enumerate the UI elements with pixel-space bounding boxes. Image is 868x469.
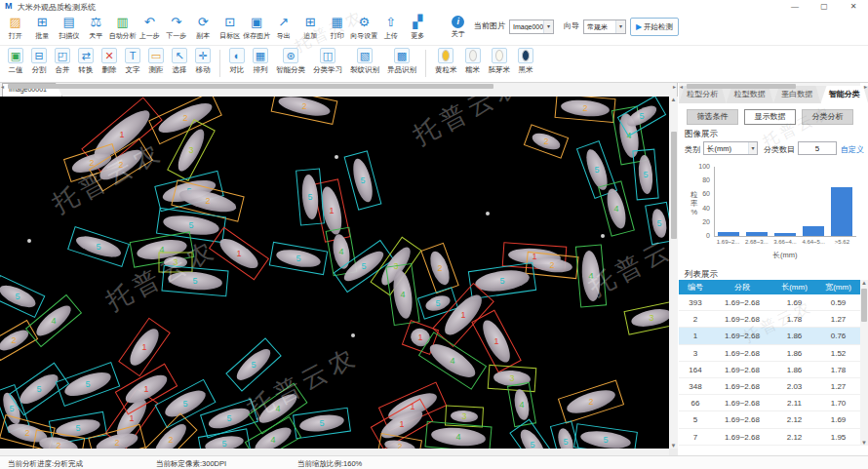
grain-class-label: 2 [588,397,593,407]
table-row[interactable]: 661.69~2.682.111.70 [679,395,861,411]
class-count-input[interactable] [798,141,837,155]
toolbar-item-target-area[interactable]: ⊡目标区 [217,14,244,41]
rice-image-canvas[interactable]: 1232225254355154515534212455111434231134… [0,97,669,449]
close-icon[interactable]: ✕ [839,0,868,13]
toolbar-item-append[interactable]: ⊞追加 [297,14,325,41]
column-header[interactable]: 长(mm) [772,280,816,294]
column-header[interactable]: 编号 [679,280,712,294]
merge-icon: ◰ [58,50,67,61]
batch-icon: ⊞ [37,14,48,30]
toolbar-item-scanner[interactable]: ▤扫描仪 [56,14,83,41]
column-header[interactable]: 分段 [712,280,772,294]
grain-class-label: 5 [9,404,14,413]
table-row[interactable]: 21.69~2.681.781.27 [679,311,861,328]
window-controls: — ▢ ✕ [780,0,868,13]
subtab-分类分析[interactable]: 分类分析 [802,109,853,125]
scrollbar-thumb[interactable] [861,289,867,322]
app-logo-icon: M [5,1,13,11]
toolbar-item-delete[interactable]: ✕删除 [98,48,121,75]
toolbar-item-smart-classify[interactable]: ⊛智能分类 [272,48,309,75]
grain-class-label: 1 [460,310,465,320]
column-header[interactable]: 宽(mm) [816,280,860,294]
toolbar-item-text[interactable]: T文字 [121,48,144,75]
table-vertical-scrollbar[interactable]: ▲ ▼ [860,280,868,446]
chart-bar[interactable] [746,232,768,236]
toolbar-separator [219,50,220,77]
speck [351,333,355,337]
chart-bar[interactable] [803,226,824,236]
category-select[interactable]: 长(mm) ▾ [703,141,758,155]
wizard-select[interactable]: 常规米 ▾ [583,20,626,34]
toolbar-item-germ-rice[interactable]: 胚芽米 [485,48,515,75]
append-icon: ⊞ [305,14,316,30]
grain-class-label: 4 [455,432,460,442]
toolbar-item-wizard-settings[interactable]: ⚙向导设置 [351,14,378,41]
select-icon: ↖ [175,50,183,61]
toolbar-item-select[interactable]: ↖选择 [168,48,191,75]
toolbar-item-redo[interactable]: ↷下一步 [163,14,190,41]
toolbar-item-glutinous-rice[interactable]: 糯米 [461,48,485,75]
subtab-筛选条件[interactable]: 筛选条件 [687,109,738,125]
chart-bar[interactable] [831,187,852,236]
toolbar-item-measure[interactable]: ▭测距 [144,48,168,75]
scrollbar-thumb[interactable] [671,132,677,239]
custom-link[interactable]: 自定义 [841,144,864,155]
zoom-status: 当前缩放比例:160% [297,459,362,469]
toolbar-item-convert[interactable]: ⇄转换 [74,48,98,75]
table-row[interactable]: 11.69~2.681.860.76 [679,328,861,344]
toolbar-item-yellow-rice[interactable]: 黄粒米 [431,48,461,75]
toolbar-item-print[interactable]: ▦打印 [324,14,351,41]
toolbar-item-classify-learning[interactable]: ◫分类学习 [309,48,346,75]
toolbar-item-batch[interactable]: ⊞批量 [29,14,57,41]
chart-bar[interactable] [718,232,739,236]
chevron-down-icon[interactable]: ▾ [543,20,553,33]
chevron-down-icon[interactable]: ▾ [748,142,757,154]
toolbar-item-move[interactable]: ✛移动 [191,48,215,75]
table-row[interactable]: 31.69~2.681.861.52 [679,345,861,362]
tab-智能分类[interactable]: 智能分类 [821,86,868,103]
toolbar-item-crack-detect[interactable]: ▧裂纹识别 [346,48,383,75]
table-row[interactable]: 51.69~2.682.121.69 [679,411,861,428]
toolbar-item-undo[interactable]: ↶上一步 [137,14,164,41]
toolbar-item-save-image[interactable]: ▣保存图片 [244,14,271,41]
start-detection-button[interactable]: ▶ 开始检测 [630,18,679,36]
toolbar-item-more[interactable]: ▞更多 [405,14,432,41]
chevron-down-icon[interactable]: ▾ [615,20,625,33]
maximize-icon[interactable]: ▢ [809,0,839,13]
status-bar: 当前分析进度:分析完成 当前标定像素:300DPI 当前缩放比例:160% [0,455,868,469]
toolbar-item-auto-analysis[interactable]: ▥自动分析 [109,14,137,41]
subtab-显示数据[interactable]: 显示数据 [744,109,796,125]
play-icon: ▶ [636,22,642,31]
current-image-select[interactable]: Image00001 ▾ [509,20,554,34]
grain-class-label: 4 [613,204,618,214]
chart-bar[interactable] [774,233,796,236]
toolbar-item-merge[interactable]: ◰合并 [51,48,74,75]
scrollbar-thumb[interactable] [8,84,493,89]
toolbar-item-binary[interactable]: ▣二值 [4,48,27,75]
speck [335,155,338,159]
grain-class-label: 2 [182,113,187,123]
foreign-detect-icon: ▩ [397,50,407,61]
scrollbar-thumb[interactable] [687,84,796,89]
about-button[interactable]: i关于 [445,14,472,39]
table-row[interactable]: 1641.69~2.681.861.78 [679,362,861,378]
grain-class-label: 2 [168,435,173,445]
viewer-vertical-scrollbar[interactable]: ▲ ▼ [669,97,678,449]
toolbar-item-black-rice[interactable]: 黑米 [514,48,537,75]
grain-class-label: 4 [519,400,524,410]
minimize-icon[interactable]: — [780,0,809,13]
toolbar-item-balance[interactable]: ⚖天平 [83,14,110,41]
toolbar-item-duplicate[interactable]: ⟳副本 [190,14,217,41]
toolbar-item-split[interactable]: ⊟分割 [27,48,51,75]
toolbar-item-export[interactable]: ↗导出 [270,14,297,41]
toolbar-item-upload[interactable]: ⇧上传 [377,14,405,41]
table-row[interactable]: 71.69~2.682.121.95 [679,429,861,446]
toolbar-item-arrange[interactable]: ▦排列 [249,48,272,75]
toolbar-item-compare[interactable]: ◐对比 [225,48,249,75]
grain-class-label: 5 [594,165,599,175]
table-row[interactable]: 3931.69~2.681.690.59 [679,294,861,311]
target-area-icon: ⊡ [224,14,235,30]
toolbar-item-open-folder[interactable]: ▨打开 [2,14,29,41]
toolbar-item-foreign-detect[interactable]: ▩异品识别 [383,48,420,75]
table-row[interactable]: 3481.69~2.682.031.27 [679,378,861,395]
